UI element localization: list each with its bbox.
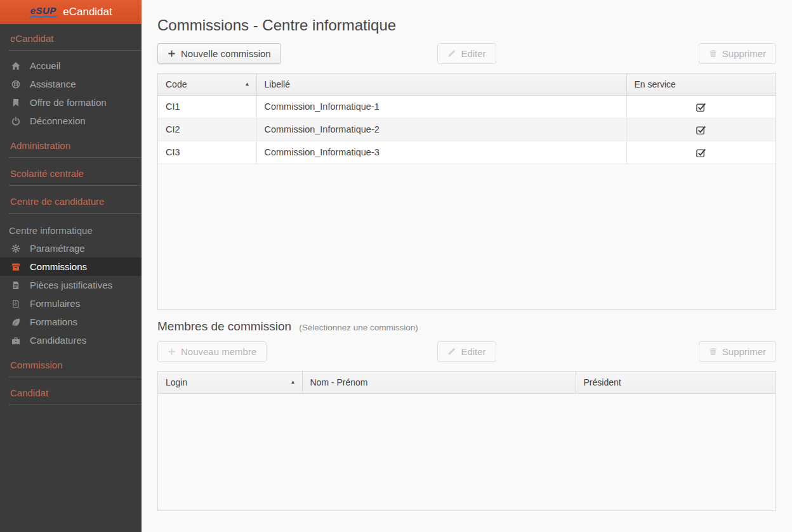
members-table-header-row: Login▲Nom - PrénomPrésident [158, 372, 776, 393]
table-row[interactable]: CI2Commission_Informatique-2 [158, 118, 776, 141]
life-ring-icon [11, 80, 20, 89]
gear-icon [11, 244, 20, 253]
sidebar-item-label: Accueil [30, 60, 60, 71]
edit-member-button[interactable]: Editer [437, 341, 496, 362]
sidebar-item-accueil[interactable]: Accueil [0, 56, 142, 75]
column-header-label: En service [635, 79, 676, 89]
table-cell: CI3 [158, 141, 256, 164]
edit-member-button-slot: Editer [437, 341, 496, 362]
column-header-label: Président [584, 377, 621, 387]
sidebar-menu-title: eCandidat [9, 32, 142, 51]
button-label: Supprimer [722, 346, 766, 357]
sidebar-nav: AccueilAssistanceOffre de formationDécon… [0, 51, 142, 405]
table-cell: Commission_Informatique-2 [256, 118, 626, 141]
delete-commission-button[interactable]: Supprimer [699, 43, 776, 64]
sidebar-item-candidatures[interactable]: Candidatures [0, 331, 142, 349]
sort-asc-icon: ▲ [291, 379, 296, 385]
new-commission-button-slot: Nouvelle commission [157, 43, 281, 64]
column-header[interactable]: Code▲ [158, 74, 256, 95]
table-cell: Commission_Informatique-3 [256, 141, 626, 164]
members-section-hint: (Sélectionnez une commission) [299, 323, 418, 332]
table-row[interactable]: CI1Commission_Informatique-1 [158, 95, 776, 118]
sidebar-section-centre-de-candidature[interactable]: Centre de candidature [9, 194, 142, 214]
sidebar-section-administration[interactable]: Administration [9, 138, 142, 158]
column-header[interactable]: En service [626, 74, 776, 95]
home-icon [11, 62, 20, 70]
checked-checkbox-icon [696, 102, 706, 112]
table-cell [626, 118, 776, 141]
button-label: Supprimer [722, 48, 766, 59]
new-member-button[interactable]: Nouveau membre [157, 341, 267, 362]
button-label: Nouveau membre [181, 346, 256, 357]
button-label: Editer [461, 48, 485, 59]
edit-commission-button[interactable]: Editer [437, 43, 496, 64]
sidebar-item-formations[interactable]: Formations [0, 313, 142, 331]
sidebar-section-candidat[interactable]: Candidat [9, 386, 142, 405]
table-cell: Commission_Informatique-1 [256, 95, 626, 118]
sidebar-item-label: Formations [30, 316, 77, 327]
button-label: Editer [461, 346, 485, 357]
new-member-button-slot: Nouveau membre [157, 341, 267, 362]
sidebar-item-commissions[interactable]: Commissions [0, 257, 142, 276]
sidebar-item-formulaires[interactable]: Formulaires [0, 294, 142, 313]
column-header[interactable]: Président [576, 372, 776, 393]
plus-icon [168, 49, 176, 58]
new-commission-button[interactable]: Nouvelle commission [157, 43, 281, 64]
column-header-label: Nom - Prénom [310, 377, 368, 387]
checked-checkbox-icon [696, 125, 706, 134]
app-title: eCandidat [63, 6, 112, 18]
edit-commission-button-slot: Editer [437, 43, 496, 64]
sidebar-item-deconnexion[interactable]: Déconnexion [0, 112, 142, 130]
sidebar-item-pieces-justificatives[interactable]: Pièces justificatives [0, 276, 142, 294]
members-section-title: Membres de commission [157, 320, 291, 334]
table-row[interactable]: CI3Commission_Informatique-3 [158, 141, 776, 164]
sidebar-item-label: Paramétrage [30, 243, 85, 254]
esup-logo: eSUP [29, 6, 57, 19]
pencil-icon [447, 49, 456, 58]
sidebar-section-commission[interactable]: Commission [9, 358, 142, 377]
column-header[interactable]: Libellé [256, 74, 626, 95]
column-header-label: Code [166, 79, 187, 89]
delete-member-button[interactable]: Supprimer [699, 341, 776, 362]
bookmark-icon [11, 98, 20, 107]
button-label: Nouvelle commission [181, 48, 271, 59]
members-table: Login▲Nom - PrénomPrésident [157, 371, 776, 511]
sidebar-item-label: Déconnexion [30, 115, 86, 126]
sidebar-item-label: Formulaires [30, 298, 80, 309]
esup-wave-icon [29, 15, 57, 19]
table-cell [626, 95, 776, 118]
sidebar-item-assistance[interactable]: Assistance [0, 75, 142, 93]
column-header-label: Login [166, 377, 187, 387]
column-header-label: Libellé [265, 79, 290, 89]
commissions-table-header-row: Code▲LibelléEn service [158, 74, 776, 95]
power-icon [11, 117, 20, 126]
trash-icon [709, 347, 717, 356]
trash-icon [709, 49, 717, 58]
sidebar-item-label: Candidatures [30, 335, 86, 346]
main-content: Commissions - Centre informatique Nouvel… [142, 0, 792, 532]
sidebar-item-label: Offre de formation [30, 97, 107, 108]
table-cell: CI1 [158, 95, 256, 118]
column-header[interactable]: Nom - Prénom [302, 372, 576, 393]
delete-commission-button-slot: Supprimer [699, 43, 776, 64]
checked-checkbox-icon [696, 148, 706, 157]
esup-logo-text: eSUP [30, 6, 56, 15]
commissions-toolbar: Nouvelle commissionEditerSupprimer [157, 43, 776, 64]
sidebar-item-parametrage[interactable]: Paramétrage [0, 239, 142, 257]
sidebar-item-offre-de-formation[interactable]: Offre de formation [0, 93, 142, 112]
archive-icon [11, 263, 20, 271]
leaf-icon [11, 318, 20, 327]
commissions-table: Code▲LibelléEn service CI1Commission_Inf… [157, 73, 776, 310]
file-archive-icon [11, 299, 20, 308]
pencil-icon [447, 347, 456, 356]
sidebar-item-label: Assistance [30, 79, 76, 89]
file-text-icon [11, 281, 20, 290]
table-cell: CI2 [158, 118, 256, 141]
column-header[interactable]: Login▲ [158, 372, 302, 393]
members-toolbar: Nouveau membreEditerSupprimer [157, 341, 776, 362]
sidebar-subtitle-centre-informatique: Centre informatique [0, 223, 142, 239]
sidebar-section-scolarite-centrale[interactable]: Scolarité centrale [9, 166, 142, 186]
delete-member-button-slot: Supprimer [699, 341, 776, 362]
table-cell [626, 141, 776, 164]
members-section-header: Membres de commission (Sélectionnez une … [157, 320, 776, 334]
